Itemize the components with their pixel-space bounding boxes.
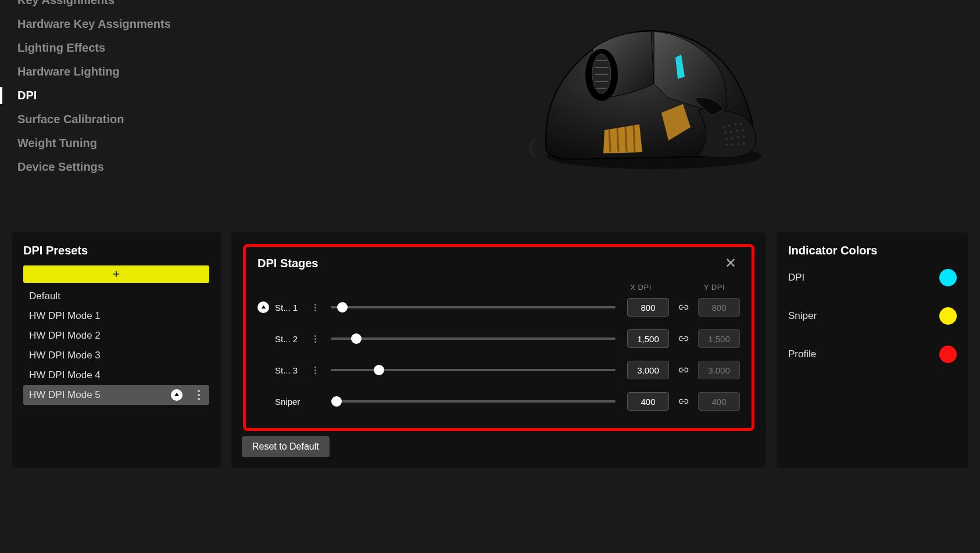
sniper-color-swatch[interactable] (939, 307, 957, 325)
preset-item[interactable]: HW DPI Mode 5 (23, 385, 209, 405)
settings-nav: Key Assignments Hardware Key Assignments… (0, 0, 233, 179)
y-dpi-input[interactable] (698, 329, 740, 348)
dpi-stages-title: DPI Stages (257, 257, 318, 270)
stage-indicator-icon (257, 396, 269, 407)
x-dpi-input[interactable] (627, 361, 669, 379)
dpi-color-swatch[interactable] (939, 269, 957, 286)
x-dpi-input[interactable] (627, 392, 669, 411)
preset-item[interactable]: HW DPI Mode 4 (23, 365, 209, 385)
dpi-presets-panel: DPI Presets + Default HW DPI Mode 1 HW D… (12, 232, 221, 468)
svg-point-18 (736, 130, 738, 132)
reset-to-default-button[interactable]: Reset to Default (242, 436, 330, 457)
indicator-row: DPI (788, 269, 957, 286)
kebab-icon[interactable] (195, 387, 202, 403)
svg-point-27 (743, 142, 745, 145)
svg-point-0 (546, 143, 761, 169)
y-dpi-input[interactable] (698, 298, 740, 317)
kebab-icon[interactable] (311, 333, 319, 345)
dpi-slider[interactable] (331, 333, 616, 344)
nav-surface-calibration[interactable]: Surface Calibration (0, 107, 233, 131)
x-dpi-input[interactable] (627, 298, 669, 317)
svg-point-13 (728, 124, 731, 127)
indicator-row: Sniper (788, 307, 957, 325)
y-dpi-header: Y DPI (704, 283, 725, 292)
device-image (523, 14, 767, 177)
svg-point-22 (737, 136, 739, 138)
svg-line-11 (634, 125, 635, 152)
svg-point-12 (723, 126, 725, 128)
preset-label: HW DPI Mode 1 (29, 310, 101, 322)
indicator-colors-title: Indicator Colors (788, 244, 957, 257)
preset-label: HW DPI Mode 3 (29, 350, 101, 361)
preset-label: Default (29, 290, 60, 302)
svg-point-15 (740, 123, 742, 125)
x-dpi-header: X DPI (630, 283, 651, 292)
active-preset-icon (171, 389, 183, 401)
nav-lighting-effects[interactable]: Lighting Effects (0, 36, 233, 60)
svg-point-23 (743, 135, 745, 138)
dpi-slider[interactable] (331, 396, 616, 407)
add-preset-button[interactable]: + (23, 265, 209, 283)
svg-point-14 (734, 123, 736, 125)
close-icon[interactable]: ✕ (721, 255, 740, 271)
preset-item[interactable]: HW DPI Mode 1 (23, 306, 209, 326)
profile-color-swatch[interactable] (939, 346, 957, 363)
x-dpi-input[interactable] (627, 329, 669, 348)
stage-label: Sniper (275, 397, 305, 407)
nav-weight-tuning[interactable]: Weight Tuning (0, 131, 233, 155)
indicator-colors-panel: Indicator Colors DPI Sniper Profile (777, 232, 968, 468)
preset-list: Default HW DPI Mode 1 HW DPI Mode 2 HW D… (23, 286, 209, 405)
svg-line-10 (625, 127, 627, 152)
link-icon[interactable] (677, 301, 690, 314)
y-dpi-input[interactable] (698, 361, 740, 379)
preset-label: HW DPI Mode 2 (29, 330, 101, 342)
dpi-presets-title: DPI Presets (23, 244, 209, 257)
svg-point-21 (731, 137, 734, 139)
preset-label: HW DPI Mode 4 (29, 369, 101, 381)
stage-indicator-icon (257, 333, 269, 344)
nav-device-settings[interactable]: Device Settings (0, 155, 233, 179)
svg-point-25 (731, 143, 734, 146)
active-stage-icon (257, 301, 269, 313)
dpi-slider[interactable] (331, 364, 616, 376)
svg-point-19 (742, 129, 744, 131)
preset-item[interactable]: Default (23, 286, 209, 306)
svg-point-17 (730, 131, 732, 133)
kebab-icon[interactable] (311, 301, 319, 314)
plus-icon: + (113, 267, 120, 282)
dpi-stage-row: St... 2 (257, 329, 740, 349)
indicator-label: Profile (788, 349, 816, 360)
svg-point-24 (725, 143, 728, 146)
stage-label: St... 2 (275, 334, 305, 344)
indicator-label: Sniper (788, 310, 817, 322)
kebab-icon[interactable] (311, 364, 319, 376)
preset-item[interactable]: HW DPI Mode 3 (23, 346, 209, 365)
dpi-stage-row: St... 1 (257, 297, 740, 317)
dpi-slider[interactable] (331, 301, 616, 313)
dpi-stage-row: Sniper (257, 392, 740, 411)
link-icon[interactable] (677, 395, 690, 408)
nav-dpi[interactable]: DPI (0, 84, 233, 107)
preset-item[interactable]: HW DPI Mode 2 (23, 326, 209, 346)
nav-hardware-lighting[interactable]: Hardware Lighting (0, 60, 233, 84)
svg-point-1 (585, 49, 618, 101)
svg-line-8 (609, 129, 610, 152)
indicator-label: DPI (788, 272, 804, 283)
svg-point-16 (724, 132, 727, 134)
dpi-column-headers: X DPI Y DPI (257, 283, 740, 292)
link-icon[interactable] (677, 332, 690, 345)
svg-point-26 (737, 143, 739, 145)
link-icon[interactable] (677, 364, 690, 376)
nav-hardware-key-assignments[interactable]: Hardware Key Assignments (0, 12, 233, 36)
indicator-row: Profile (788, 346, 957, 363)
dpi-stage-row: St... 3 (257, 360, 740, 380)
y-dpi-input[interactable] (698, 392, 740, 411)
stage-label: St... 1 (275, 303, 305, 313)
svg-point-20 (725, 138, 728, 140)
dpi-stages-panel: DPI Stages ✕ X DPI Y DPI St... 1 (231, 232, 766, 468)
svg-point-2 (592, 54, 611, 94)
svg-line-9 (617, 128, 618, 152)
nav-key-assignments[interactable]: Key Assignments (0, 0, 233, 12)
preset-label: HW DPI Mode 5 (29, 389, 101, 401)
stage-indicator-icon (257, 364, 269, 376)
